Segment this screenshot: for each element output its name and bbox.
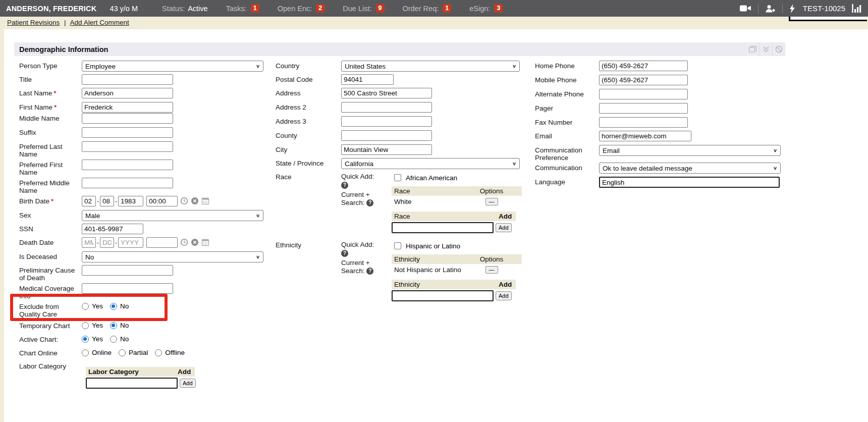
home-phone-input[interactable] (599, 61, 688, 71)
ethnicity-hispanic-checkbox[interactable] (394, 242, 401, 249)
city-input[interactable] (341, 144, 432, 155)
exclude-quality-care-yes-radio[interactable] (82, 303, 89, 310)
patient-name: ANDERSON, FREDERICK (6, 5, 96, 13)
ethnicity-add-input[interactable] (392, 290, 494, 301)
communication-preference-select[interactable]: Email ∨ (599, 145, 781, 156)
preferred-last-name-input[interactable] (82, 141, 173, 152)
due-list-badge[interactable]: 9 (376, 4, 385, 13)
clear-date-icon[interactable] (191, 238, 199, 246)
esign-badge[interactable]: 3 (494, 4, 503, 13)
collapse-double-chevron-icon[interactable] (759, 42, 772, 56)
add-alert-comment-link[interactable]: Add Alert Comment (70, 19, 129, 26)
language-input[interactable] (599, 177, 780, 188)
chart-online-online-radio[interactable] (82, 349, 89, 356)
title-input[interactable] (82, 74, 173, 85)
open-enc-badge[interactable]: 2 (316, 4, 324, 13)
address3-input[interactable] (341, 116, 432, 127)
ethnicity-add-button[interactable]: Add (496, 291, 512, 300)
help-icon[interactable]: ? (366, 199, 373, 206)
preliminary-cause-of-death-input[interactable] (82, 265, 173, 276)
status-value: Active (188, 5, 208, 13)
calendar-icon[interactable] (201, 238, 209, 246)
fax-number-input[interactable] (599, 117, 688, 128)
middle-name-input[interactable] (82, 113, 173, 124)
clock-icon[interactable] (180, 197, 188, 205)
preferred-first-name-input[interactable] (82, 160, 173, 170)
communication-select[interactable]: Ok to leave detailed message ∨ (599, 163, 781, 174)
last-name-label: Last Name (19, 89, 52, 97)
patient-revisions-link[interactable]: Patient Revisions (7, 19, 60, 26)
lightning-bolt-icon[interactable] (789, 4, 795, 13)
temporary-chart-yes-radio[interactable] (82, 322, 89, 329)
email-input[interactable] (599, 131, 691, 141)
exclude-quality-care-no-text: No (120, 302, 129, 310)
suffix-input[interactable] (82, 127, 173, 138)
open-enc-counter[interactable]: Open Enc: 2 (278, 4, 325, 13)
person-type-select[interactable]: Employee ∨ (82, 61, 263, 72)
postal-code-input[interactable] (341, 74, 394, 85)
ethnicity-remove-button[interactable]: — (485, 266, 498, 274)
tasks-badge[interactable]: 1 (251, 4, 259, 13)
county-input[interactable] (341, 130, 432, 141)
medical-coverage-info-input[interactable] (82, 283, 173, 294)
ethnicity-options-header: Options (461, 255, 522, 263)
bar-chart-icon[interactable] (852, 4, 862, 13)
labor-category-input[interactable] (86, 378, 178, 389)
alternate-phone-input[interactable] (599, 89, 688, 99)
birth-year-input[interactable] (118, 196, 143, 206)
race-add-button[interactable]: Add (496, 223, 512, 232)
birth-time-input[interactable] (146, 196, 178, 206)
death-year-input[interactable] (118, 237, 143, 248)
address-input[interactable] (341, 88, 432, 98)
order-req-counter[interactable]: Order Req: 1 (403, 4, 452, 13)
preferred-middle-name-input[interactable] (82, 178, 173, 188)
add-person-icon[interactable] (765, 5, 776, 13)
help-icon[interactable]: ? (341, 182, 348, 189)
help-icon[interactable]: ? (366, 268, 373, 275)
country-select[interactable]: United States ∨ (341, 61, 520, 72)
video-camera-icon[interactable] (740, 5, 751, 12)
esign-counter[interactable]: eSign: 3 (469, 4, 503, 13)
print-document-icon[interactable] (746, 42, 759, 56)
temporary-chart-yes-text: Yes (92, 322, 103, 329)
active-chart-no-radio[interactable] (110, 336, 117, 343)
race-african-american-checkbox[interactable] (394, 174, 401, 181)
due-list-counter[interactable]: Due List: 9 (343, 4, 384, 13)
calendar-icon[interactable] (201, 197, 209, 205)
clock-icon[interactable] (180, 238, 188, 246)
person-type-label: Person Type (19, 61, 82, 70)
active-chart-yes-radio[interactable] (82, 336, 89, 343)
tasks-counter[interactable]: Tasks: 1 (226, 4, 259, 13)
is-deceased-select[interactable]: No ∨ (82, 251, 263, 262)
clear-date-icon[interactable] (191, 197, 199, 205)
first-name-input[interactable] (82, 102, 173, 113)
labor-category-label: Labor Category (19, 361, 82, 370)
exclude-quality-care-no-radio[interactable] (110, 303, 117, 310)
chart-online-offline-radio[interactable] (155, 349, 162, 356)
labor-category-add-button[interactable]: Add (180, 379, 196, 388)
death-day-input[interactable] (100, 237, 114, 248)
pager-input[interactable] (599, 103, 688, 114)
labor-category-add-header: Add (178, 368, 195, 376)
death-time-input[interactable] (146, 237, 178, 248)
address2-input[interactable] (341, 102, 432, 113)
mobile-phone-input[interactable] (599, 75, 688, 85)
field-ssn: SSN (19, 224, 279, 237)
death-month-input[interactable] (82, 237, 96, 248)
sex-select[interactable]: Male ∨ (82, 210, 263, 221)
ssn-input[interactable] (82, 224, 143, 234)
disable-slash-circle-icon[interactable] (772, 42, 785, 56)
birth-month-input[interactable] (82, 196, 96, 206)
state-province-select[interactable]: California ∨ (341, 158, 520, 169)
death-date-label: Death Date (19, 237, 82, 246)
birth-day-input[interactable] (100, 196, 114, 206)
language-label: Language (535, 177, 599, 186)
order-req-badge[interactable]: 1 (443, 4, 451, 13)
middle-name-label: Middle Name (19, 113, 82, 122)
chart-online-partial-radio[interactable] (119, 349, 126, 356)
temporary-chart-no-radio[interactable] (110, 322, 117, 329)
race-remove-button[interactable]: — (485, 198, 498, 205)
race-add-input[interactable] (392, 222, 494, 233)
help-icon[interactable]: ? (341, 250, 348, 257)
last-name-input[interactable] (82, 88, 173, 98)
